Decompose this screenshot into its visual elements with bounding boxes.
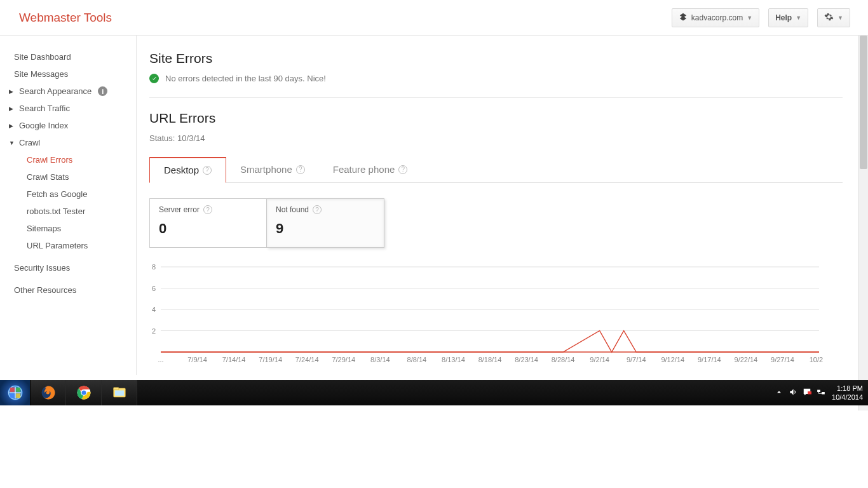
svg-text:9/7/14: 9/7/14 (627, 356, 646, 363)
svg-text:8/23/14: 8/23/14 (515, 356, 538, 363)
svg-rect-40 (808, 391, 811, 395)
tray-volume-icon[interactable] (789, 388, 797, 398)
svg-rect-41 (817, 390, 820, 393)
scrollbar-mark (860, 144, 867, 147)
sidebar: Site Dashboard Site Messages ▶ Search Ap… (0, 36, 137, 375)
sidebar-item-label: Search Traffic (19, 104, 70, 113)
sidebar-item-label: Search Appearance (19, 86, 92, 96)
svg-rect-38 (113, 388, 118, 390)
vertical-scrollbar[interactable] (858, 36, 868, 410)
scrollbar-thumb[interactable] (860, 36, 867, 169)
sidebar-crawl-errors[interactable]: Crawl Errors (0, 151, 136, 168)
tab-label: Desktop (164, 165, 199, 175)
svg-text:7/9/14: 7/9/14 (187, 356, 207, 363)
site-errors-message: No errors detected in the last 90 days. … (165, 74, 326, 83)
card-not-found[interactable]: Not found ? 9 (267, 198, 384, 248)
tab-feature-phone[interactable]: Feature phone ? (319, 157, 422, 182)
triangle-right-icon: ▶ (9, 123, 15, 129)
sidebar-security-issues[interactable]: Security Issues (0, 259, 136, 276)
sidebar-other-resources[interactable]: Other Resources (0, 281, 136, 299)
tab-smartphone[interactable]: Smartphone ? (226, 157, 319, 182)
help-circle-icon: ? (203, 166, 212, 175)
svg-text:7/19/14: 7/19/14 (259, 356, 282, 363)
sidebar-url-parameters[interactable]: URL Parameters (0, 237, 136, 254)
help-circle-icon: ? (203, 205, 212, 214)
sidebar-crawl[interactable]: ▼ Crawl (0, 134, 136, 151)
sidebar-search-appearance[interactable]: ▶ Search Appearance i (0, 83, 136, 100)
tab-label: Feature phone (333, 164, 395, 175)
svg-text:8/28/14: 8/28/14 (552, 356, 575, 363)
tray-action-center-icon[interactable] (803, 388, 811, 398)
taskbar-app-chrome[interactable] (66, 380, 102, 405)
svg-text:6: 6 (152, 285, 156, 292)
taskbar-app-firefox[interactable] (31, 380, 66, 405)
svg-text:10/2...: 10/2... (810, 356, 823, 363)
status-line: Status: 10/3/14 (149, 133, 843, 143)
gear-icon (824, 12, 834, 24)
svg-text:4: 4 (152, 306, 156, 313)
card-value: 9 (276, 220, 375, 237)
svg-rect-39 (115, 391, 124, 396)
triangle-down-icon: ▼ (9, 140, 15, 146)
svg-rect-29 (10, 388, 14, 392)
svg-rect-30 (16, 388, 20, 392)
site-errors-heading: Site Errors (149, 51, 843, 66)
help-circle-icon: ? (296, 165, 305, 174)
help-circle-icon: ? (313, 205, 322, 214)
content-area: Site Errors No errors detected in the la… (137, 36, 868, 375)
svg-text:...: ... (158, 356, 163, 363)
site-selector-label: kadvacorp.com (691, 13, 743, 22)
settings-button[interactable]: ▼ (817, 8, 850, 27)
taskbar-clock[interactable]: 1:18 PM 10/4/2014 (832, 384, 863, 402)
caret-down-icon: ▼ (747, 15, 752, 21)
taskbar-app-explorer[interactable] (102, 380, 137, 405)
sidebar-item-label: Crawl (19, 138, 40, 147)
sidebar-item-label: Google Index (19, 121, 68, 130)
sidebar-site-messages[interactable]: Site Messages (0, 65, 136, 83)
tray-show-hidden-icon[interactable] (775, 388, 783, 398)
help-circle-icon: ? (398, 165, 407, 174)
help-label: Help (775, 13, 792, 22)
tab-desktop[interactable]: Desktop ? (149, 157, 226, 183)
svg-text:8/13/14: 8/13/14 (442, 356, 465, 363)
site-selector[interactable]: kadvacorp.com ▼ (672, 8, 759, 27)
svg-text:7/14/14: 7/14/14 (222, 356, 246, 363)
svg-text:9/12/14: 9/12/14 (661, 356, 684, 363)
tray-network-icon[interactable] (817, 388, 825, 398)
sidebar-google-index[interactable]: ▶ Google Index (0, 117, 136, 134)
svg-rect-31 (10, 393, 14, 398)
taskbar-date: 10/4/2014 (832, 393, 863, 402)
taskbar-time: 1:18 PM (832, 384, 863, 393)
sidebar-search-traffic[interactable]: ▶ Search Traffic (0, 100, 136, 117)
card-label: Server error (159, 205, 200, 214)
svg-text:9/2/14: 9/2/14 (590, 356, 609, 363)
card-server-error[interactable]: Server error ? 0 (149, 198, 267, 248)
tab-label: Smartphone (240, 164, 292, 175)
sidebar-robots-tester[interactable]: robots.txt Tester (0, 203, 136, 220)
start-button[interactable] (0, 380, 31, 405)
sidebar-fetch-as-google[interactable]: Fetch as Google (0, 186, 136, 203)
site-icon (679, 12, 688, 23)
triangle-right-icon: ▶ (9, 105, 15, 112)
url-errors-heading: URL Errors (149, 111, 843, 126)
check-circle-icon (149, 74, 159, 83)
card-label: Not found (276, 205, 309, 214)
sidebar-crawl-stats[interactable]: Crawl Stats (0, 168, 136, 186)
svg-text:7/24/14: 7/24/14 (295, 356, 319, 363)
chart: 2468...7/9/147/14/147/19/147/24/147/29/1… (149, 263, 843, 365)
triangle-right-icon: ▶ (9, 88, 15, 95)
svg-text:2: 2 (152, 327, 156, 335)
svg-text:9/17/14: 9/17/14 (698, 356, 721, 363)
caret-down-icon: ▼ (796, 15, 801, 21)
svg-text:8/18/14: 8/18/14 (478, 356, 502, 363)
svg-text:9/27/14: 9/27/14 (771, 356, 794, 363)
help-button[interactable]: Help ▼ (768, 8, 808, 27)
svg-text:8: 8 (152, 263, 156, 271)
windows-taskbar: 1:18 PM 10/4/2014 (0, 380, 868, 405)
sidebar-site-dashboard[interactable]: Site Dashboard (0, 48, 136, 65)
app-brand[interactable]: Webmaster Tools (19, 11, 112, 25)
sidebar-sitemaps[interactable]: Sitemaps (0, 220, 136, 237)
svg-text:8/3/14: 8/3/14 (370, 356, 390, 363)
svg-text:9/22/14: 9/22/14 (735, 356, 758, 363)
info-icon: i (98, 86, 107, 96)
